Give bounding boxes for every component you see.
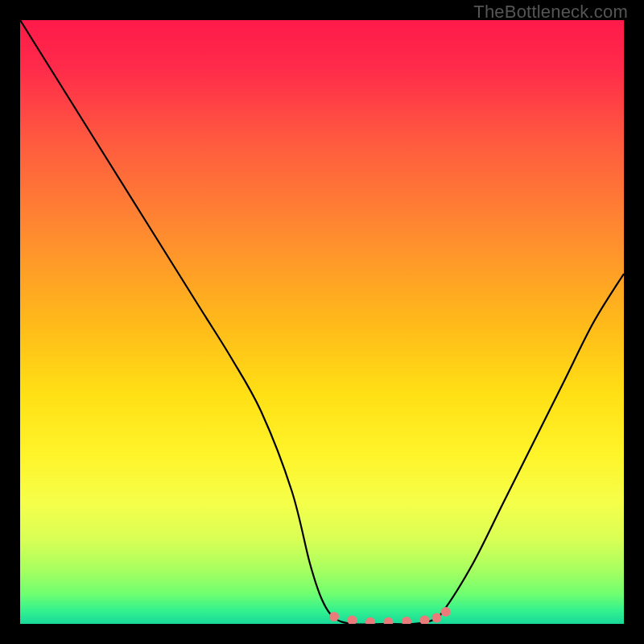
marker-dot xyxy=(329,612,339,621)
plot-area xyxy=(20,20,624,624)
chart-frame: TheBottleneck.com xyxy=(0,0,644,644)
gradient-background xyxy=(20,20,624,624)
marker-dot xyxy=(432,613,442,623)
marker-dot xyxy=(441,607,451,617)
chart-svg xyxy=(20,20,624,624)
